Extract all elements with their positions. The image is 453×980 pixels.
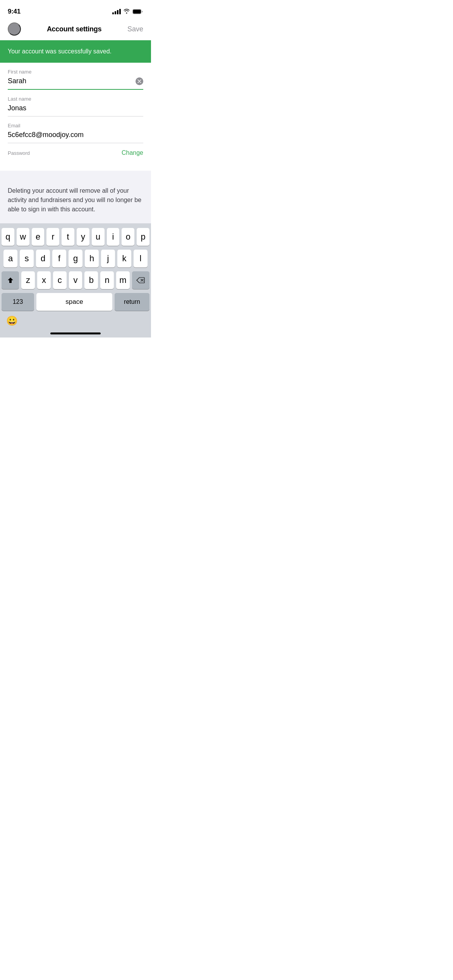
email-field: Email [8,117,143,143]
key-b[interactable]: b [84,271,98,289]
key-s[interactable]: s [20,250,34,267]
status-bar: 9:41 [0,0,151,19]
keyboard-row-3: z x c v b n m [2,271,149,289]
keyboard-bottom-row: 123 space return [2,293,149,311]
password-label-row: Password Change [8,149,143,156]
key-n[interactable]: n [100,271,114,289]
status-time: 9:41 [8,8,21,15]
key-z[interactable]: z [21,271,35,289]
key-j[interactable]: j [101,250,115,267]
success-banner: Your account was successfully saved. [0,40,151,63]
emoji-button[interactable]: 😀 [6,315,18,326]
last-name-input[interactable] [8,104,143,112]
key-o[interactable]: o [122,228,134,246]
email-row [8,131,143,143]
nav-bar: Account settings Save [0,19,151,40]
password-row [8,159,143,171]
first-name-input[interactable] [8,77,136,85]
key-f[interactable]: f [52,250,66,267]
key-w[interactable]: w [17,228,29,246]
page-title: Account settings [47,25,101,33]
key-v[interactable]: v [69,271,82,289]
change-password-button[interactable]: Change [122,149,143,156]
key-a[interactable]: a [3,250,17,267]
last-name-row [8,104,143,116]
keyboard-row-1: q w e r t y u i o p [2,228,149,246]
form-container: First name Last name Email Password Chan… [0,63,151,171]
last-name-label: Last name [8,96,143,102]
key-c[interactable]: c [53,271,67,289]
key-y[interactable]: y [77,228,89,246]
keyboard: q w e r t y u i o p a s d f g h j k l z … [0,223,151,338]
password-input[interactable] [8,159,143,167]
shift-key[interactable] [2,271,19,289]
key-e[interactable]: e [32,228,45,246]
space-key[interactable]: space [36,293,112,311]
numbers-key[interactable]: 123 [2,293,34,311]
first-name-field: First name [8,63,143,90]
home-indicator [50,332,101,334]
password-label: Password [8,150,30,156]
battery-icon [132,9,143,14]
keyboard-row-2: a s d f g h j k l [2,250,149,267]
success-message: Your account was successfully saved. [8,48,112,55]
email-input[interactable] [8,131,143,139]
first-name-row [8,77,143,89]
svg-rect-1 [133,10,141,14]
key-l[interactable]: l [134,250,148,267]
last-name-field: Last name [8,90,143,117]
key-x[interactable]: x [37,271,51,289]
key-p[interactable]: p [137,228,149,246]
status-icons [112,8,143,15]
delete-section: Deleting your account will remove all of… [0,171,151,223]
key-i[interactable]: i [107,228,120,246]
delete-key[interactable] [132,271,149,289]
key-t[interactable]: t [62,228,74,246]
email-label: Email [8,123,143,128]
keyboard-emoji-row: 😀 [2,314,149,329]
key-k[interactable]: k [117,250,131,267]
key-g[interactable]: g [69,250,82,267]
delete-text: Deleting your account will remove all of… [8,186,143,214]
back-button[interactable] [8,22,21,36]
save-button[interactable]: Save [127,25,143,33]
key-r[interactable]: r [46,228,59,246]
key-m[interactable]: m [116,271,130,289]
key-h[interactable]: h [85,250,99,267]
first-name-label: First name [8,69,143,75]
password-field: Password Change [8,143,143,171]
return-key[interactable]: return [115,293,149,311]
key-d[interactable]: d [36,250,50,267]
signal-icon [112,9,121,14]
key-u[interactable]: u [92,228,105,246]
key-q[interactable]: q [2,228,14,246]
wifi-icon [123,8,130,15]
first-name-clear-button[interactable] [136,77,143,85]
